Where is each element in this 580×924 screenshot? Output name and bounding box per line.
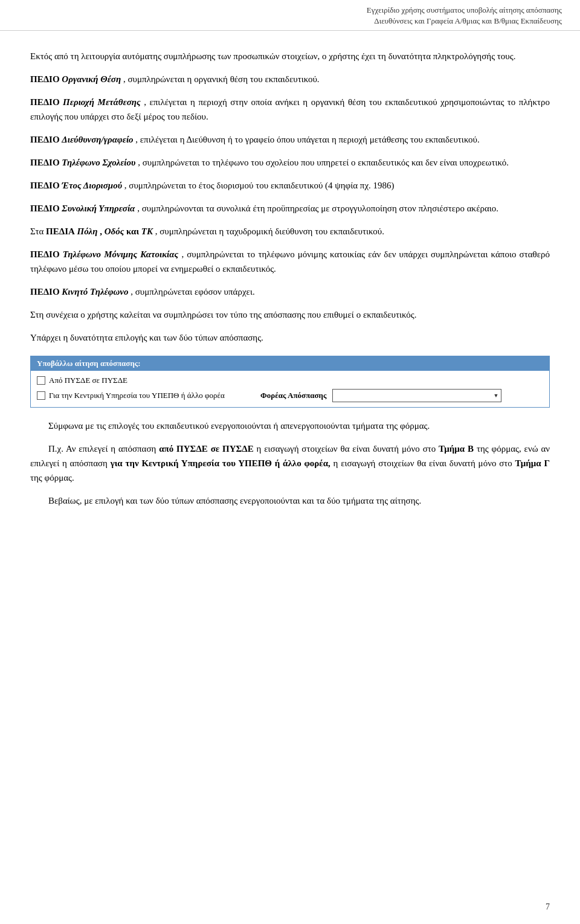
p8-comma1: , — [100, 226, 105, 236]
p8-tk: ΤΚ — [141, 226, 153, 236]
p4-bold: ΠΕΔΙΟ — [30, 135, 60, 144]
p2-bold-italic: Οργανική Θέση — [62, 74, 121, 84]
paragraph-1: Εκτός από τη λειτουργία αυτόματης συμπλή… — [30, 49, 550, 63]
pf2-mid: η εισαγωγή στοιχείων θα είναι δυνατή μόν… — [257, 444, 439, 454]
post-form-p1: Σύμφωνα με τις επιλογές του εκπαιδευτικο… — [30, 419, 550, 433]
post-form-p2: Π.χ. Αν επιλεγεί η απόσπαση από ΠΥΣΔΕ σε… — [30, 441, 550, 485]
paragraph-3: ΠΕΔΙΟ Περιοχή Μετάθεσης , επιλέγεται η π… — [30, 95, 550, 124]
p8-intro: Στα — [30, 226, 46, 236]
form-box: Υποβάλλω αίτηση απόσπασης: Από ΠΥΣΔΕ σε … — [30, 356, 550, 408]
header-line2: Διευθύνσεις και Γραφεία Α/θμιας και Β/θμ… — [18, 16, 562, 27]
header-line1: Εγχειρίδιο χρήσης συστήματος υποβολής αί… — [18, 5, 562, 16]
p6-text: , συμπληρώνεται το έτος διορισμού του εκ… — [124, 181, 395, 190]
pf3-text: Βεβαίως, με επιλογή και των δύο τύπων απ… — [48, 496, 421, 505]
pf2-bold2: Τμήμα Β — [439, 444, 474, 454]
p5-bold: ΠΕΔΙΟ — [30, 158, 60, 167]
p10-text: , συμπληρώνεται εφόσον υπάρχει. — [130, 287, 254, 297]
paragraph-5: ΠΕΔΙΟ Τηλέφωνο Σχολείου , συμπληρώνεται … — [30, 155, 550, 170]
p8-poli: Πόλη — [77, 226, 98, 236]
p7-bold: ΠΕΔΙΟ — [30, 204, 60, 213]
option2-label[interactable]: Για την Κεντρική Υπηρεσία του ΥΠΕΠΘ ή άλ… — [37, 391, 242, 400]
option2-checkbox[interactable] — [37, 391, 45, 400]
form-row-option1: Από ΠΥΣΔΕ σε ΠΥΣΔΕ — [37, 376, 543, 385]
post-form-p3: Βεβαίως, με επιλογή και των δύο τύπων απ… — [30, 493, 550, 508]
p2-text: , συμπληρώνεται η οργανική θέση του εκπα… — [123, 74, 320, 84]
p8-kai: και — [126, 226, 141, 236]
option2-text: Για την Κεντρική Υπηρεσία του ΥΠΕΠΘ ή άλ… — [49, 391, 225, 400]
p8-pedia: ΠΕΔΙΑ — [46, 226, 75, 236]
p1-text: Εκτός από τη λειτουργία αυτόματης συμπλή… — [30, 51, 515, 61]
p6-bold: ΠΕΔΙΟ — [30, 181, 60, 190]
p8-odos: Οδός — [105, 226, 124, 236]
p2-bold: ΠΕΔΙΟ — [30, 74, 60, 84]
pf2-bold3: για την Κεντρική Υπηρεσία του ΥΠΕΠΘ ή άλ… — [111, 458, 330, 468]
foreas-dropdown[interactable] — [332, 389, 501, 402]
p7-text: , συμπληρώνονται τα συνολικά έτη προϋπηρ… — [137, 204, 498, 213]
paragraph-4: ΠΕΔΙΟ Διεύθυνση/γραφείο , επιλέγεται η Δ… — [30, 132, 550, 147]
p3-bold-italic: Περιοχή Μετάθεσης — [63, 97, 141, 107]
main-content: Εκτός από τη λειτουργία αυτόματης συμπλή… — [0, 31, 580, 534]
paragraph-7: ΠΕΔΙΟ Συνολική Υπηρεσία , συμπληρώνονται… — [30, 201, 550, 216]
page-header: Εγχειρίδιο χρήσης συστήματος υποβολής αί… — [0, 0, 580, 31]
p4-text: , επιλέγεται η Διεύθυνση ή το γραφείο όπ… — [135, 135, 479, 144]
paragraph-6: ΠΕΔΙΟ Έτος Διορισμού , συμπληρώνεται το … — [30, 178, 550, 193]
p9-bold-italic: Τηλέφωνο Μόνιμης Κατοικίας — [63, 249, 179, 259]
p4-bold-italic: Διεύθυνση/γραφείο — [62, 135, 133, 144]
p10-bold: ΠΕΔΙΟ — [30, 287, 60, 297]
p5-text: , συμπληρώνεται το τηλέφωνο του σχολείου… — [138, 158, 509, 167]
paragraph-11: Στη συνέχεια ο χρήστης καλείται να συμπλ… — [30, 307, 550, 322]
pf2-bold4: Τμήμα Γ — [515, 458, 550, 468]
pf2-mid3: η εισαγωγή στοιχείων θα είναι δυνατή μόν… — [334, 458, 515, 468]
p10-bold-italic: Κινητό Τηλέφωνο — [62, 287, 128, 297]
option1-label[interactable]: Από ΠΥΣΔΕ σε ΠΥΣΔΕ — [37, 376, 242, 385]
paragraph-10: ΠΕΔΙΟ Κινητό Τηλέφωνο , συμπληρώνεται εφ… — [30, 284, 550, 299]
pf2-end: της φόρμας. — [30, 473, 74, 483]
p9-bold: ΠΕΔΙΟ — [30, 249, 60, 259]
foreas-label: Φορέας Απόσπασης — [260, 391, 326, 400]
pf2-bold1: από ΠΥΣΔΕ σε ΠΥΣΔΕ — [159, 444, 254, 454]
page-container: Εγχειρίδιο χρήσης συστήματος υποβολής αί… — [0, 0, 580, 924]
option1-checkbox[interactable] — [37, 376, 45, 385]
paragraph-2: ΠΕΔΙΟ Οργανική Θέση , συμπληρώνεται η ορ… — [30, 72, 550, 86]
option1-text: Από ΠΥΣΔΕ σε ΠΥΣΔΕ — [49, 376, 127, 385]
p5-bold-italic: Τηλέφωνο Σχολείου — [62, 158, 135, 167]
pf2-intro: Π.χ. Αν επιλεγεί η απόσπαση — [48, 444, 159, 454]
p12-text: Υπάρχει η δυνατότητα επιλογής και των δύ… — [30, 333, 263, 342]
paragraph-8: Στα ΠΕΔΙΑ Πόλη , Οδός και ΤΚ , συμπληρών… — [30, 224, 550, 239]
p3-bold: ΠΕΔΙΟ — [30, 97, 60, 107]
p8-text: , συμπληρώνεται η ταχυδρομική διεύθυνση … — [155, 226, 384, 236]
page-number: 7 — [546, 902, 550, 912]
p11-text: Στη συνέχεια ο χρήστης καλείται να συμπλ… — [30, 310, 416, 319]
p7-bold-italic: Συνολική Υπηρεσία — [62, 204, 135, 213]
pf1-text: Σύμφωνα με τις επιλογές του εκπαιδευτικο… — [48, 421, 430, 431]
p6-bold-italic: Έτος Διορισμού — [62, 181, 122, 190]
paragraph-12: Υπάρχει η δυνατότητα επιλογής και των δύ… — [30, 330, 550, 345]
paragraph-9: ΠΕΔΙΟ Τηλέφωνο Μόνιμης Κατοικίας , συμπλ… — [30, 247, 550, 276]
form-box-body: Από ΠΥΣΔΕ σε ΠΥΣΔΕ Για την Κεντρική Υπηρ… — [31, 371, 549, 407]
form-row-option2: Για την Κεντρική Υπηρεσία του ΥΠΕΠΘ ή άλ… — [37, 389, 543, 402]
form-box-title: Υποβάλλω αίτηση απόσπασης: — [31, 356, 549, 371]
